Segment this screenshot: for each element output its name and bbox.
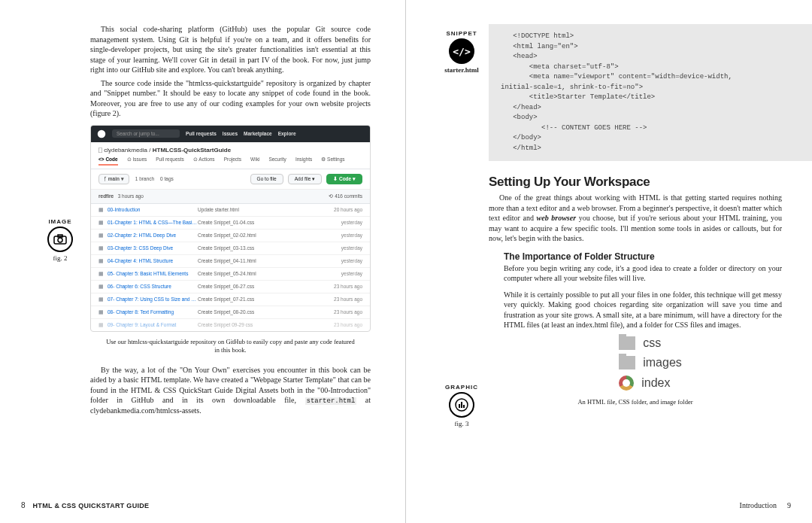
gh-owner[interactable]: clydebankmedia [104,147,147,154]
page-left: This social code-sharing platform (GitHu… [0,0,406,523]
gh-breadcrumb: ⎕ clydebankmedia / HTMLCSS-QuickStartGui… [91,142,370,157]
code-line: initial-scale=1, shrink-to-fit=no"> [501,83,800,93]
gh-commits[interactable]: ⟲ 416 commits [329,193,362,199]
code-line: </html> [501,144,800,154]
footer-right: Introduction 9 [740,501,791,509]
folder-icon [619,356,635,369]
folder-index-label: index [641,376,670,390]
gh-tab-wiki[interactable]: Wiki [250,157,259,166]
github-screenshot: Search or jump to... Pull requests Issue… [90,125,371,332]
gh-nav: Pull requests Issues Marketplace Explore [186,131,296,136]
svg-point-3 [98,129,106,138]
gh-header: Search or jump to... Pull requests Issue… [91,126,370,142]
folder-css: css [619,336,661,350]
page-number-9: 9 [787,501,791,509]
figure-3-caption: An HTML file, CSS folder, and image fold… [489,398,782,406]
section-name: Introduction [740,501,777,509]
para-1: This social code-sharing platform (GitHu… [90,24,371,75]
gh-code-btn[interactable]: ⬇ Code ▾ [326,174,362,184]
folder-para-2: While it is certainly possible to put al… [504,290,782,330]
gh-addfile-btn[interactable]: Add file ▾ [288,174,323,184]
margin-badge-snippet: SNIPPET </> starter.html [439,30,484,74]
gh-nav-explore[interactable]: Explore [278,131,296,136]
folder-index: index [619,376,670,391]
gh-file-row[interactable]: ▦07- Chapter 7: Using CSS to Size and …C… [91,293,370,306]
gh-tab-code[interactable]: <> Code [98,157,118,166]
gh-gotofile-btn[interactable]: Go to file [250,174,283,184]
code-line: <head> [501,52,800,62]
code-line: <meta charset="utf-8"> [501,62,800,73]
gh-nav-market[interactable]: Marketplace [244,131,272,136]
badge-fig-3: fig. 3 [439,420,484,427]
badge-fig-2: fig. 2 [41,254,79,262]
badge-snippet-label: SNIPPET [439,30,484,37]
gh-tab-pr[interactable]: Pull requests [156,157,184,166]
gh-commit-meta: redfire 3 hours ago ⟲ 416 commits [91,190,370,204]
gh-tab-projects[interactable]: Projects [224,157,241,166]
badge-graphic-label: GRAPHIC [439,384,484,391]
web-browser-term: web browser [537,214,577,222]
svg-rect-6 [461,402,462,408]
gh-last-user[interactable]: redfire [98,193,114,199]
gh-branch-btn[interactable]: ᚶ main ▾ [98,174,129,184]
folder-para-1: Before you begin writing any code, it's … [504,263,782,284]
code-line: </body> [501,133,800,144]
github-logo-icon [97,129,106,138]
gh-file-row[interactable]: ▦03-Chapter 3: CSS Deep DiveCreate Snipp… [91,242,370,255]
gh-file-list: ▦00-IntroductionUpdate starter.html20 ho… [91,204,370,331]
heading-workspace: Setting Up Your Workspace [489,175,782,190]
book-title-footer: HTML & CSS QUICKSTART GUIDE [33,502,150,509]
folder-images: images [619,356,682,369]
folder-icon [619,336,635,350]
code-icon: </> [449,38,474,64]
code-line: <body> [501,113,800,123]
gh-repo[interactable]: HTMLCSS-QuickStartGuide [153,147,231,154]
code-line: <title>Starter Template</title> [501,93,800,103]
gh-file-row[interactable]: ▦01-Chapter 1: HTML & CSS—The Basi…Creat… [91,217,370,230]
gh-last-time: 3 hours ago [118,193,144,199]
para-3: By the way, a lot of the "On Your Own" e… [90,365,371,416]
para-2-text: The source code inside the "htmlcss-quic… [90,79,371,118]
gh-branches[interactable]: 1 branch [135,176,154,181]
margin-badge-image: IMAGE fig. 2 [41,218,79,262]
folder-images-label: images [643,356,682,369]
page-right: SNIPPET </> starter.html <!DOCTYPE html>… [406,0,812,523]
gh-nav-pr[interactable]: Pull requests [186,131,217,136]
gh-file-row[interactable]: ▦04-Chapter 4: HTML StructureCreate Snip… [91,255,370,268]
gh-search-box[interactable]: Search or jump to... [112,129,180,138]
gh-tab-actions[interactable]: ⊙ Actions [193,157,215,166]
figure-2-caption: Use our htmlcss-quickstartguide reposito… [105,338,356,354]
gh-tab-security[interactable]: Security [268,157,286,166]
gh-tabs: <> Code ⊙ Issues Pull requests ⊙ Actions… [91,157,370,169]
gh-file-row[interactable]: ▦05- Chapter 5: Basic HTML ElementsCreat… [91,268,370,281]
workspace-para: One of the great things about working wi… [489,193,782,244]
page-number-8: 8 [21,501,26,509]
margin-badge-graphic: GRAPHIC fig. 3 [439,384,484,427]
chart-icon [449,392,474,418]
gh-file-row[interactable]: ▦09- Chapter 9: Layout & FormatCreate Sn… [91,319,370,331]
gh-tab-insights[interactable]: Insights [295,157,312,166]
svg-rect-5 [459,404,460,408]
gh-file-row[interactable]: ▦02-Chapter 2: HTML Deep DiveCreate Snip… [91,230,370,242]
code-line: <!-- CONTENT GOES HERE --> [501,123,800,134]
gh-tags[interactable]: 0 tags [160,176,174,181]
svg-point-2 [58,238,62,242]
footer-left: 8 HTML & CSS QUICKSTART GUIDE [21,501,149,509]
folder-diagram: css images index [619,336,682,391]
code-line: </head> [501,103,800,114]
gh-tab-issues[interactable]: ⊙ Issues [127,157,147,166]
code-line: <!DOCTYPE html> [501,32,800,42]
code-snippet: <!DOCTYPE html> <html lang="en"> <head> … [489,24,812,161]
starter-html-code: starter.html [305,397,357,405]
gh-file-row[interactable]: ▦00-IntroductionUpdate starter.html20 ho… [91,204,370,217]
svg-rect-7 [463,405,465,408]
gh-tab-settings[interactable]: ⚙ Settings [321,157,344,166]
badge-arc-label: IMAGE [41,218,79,225]
code-line: <meta name="viewport" content="width=dev… [501,72,800,83]
gh-file-row[interactable]: ▦08- Chapter 8: Text FormattingCreate Sn… [91,306,370,319]
gh-file-row[interactable]: ▦06- Chapter 6: CSS StructureCreate Snip… [91,281,370,293]
heading-folder-structure: The Importance of Folder Structure [504,251,782,262]
gh-action-bar: ᚶ main ▾ 1 branch 0 tags Go to file Add … [91,169,370,190]
gh-nav-issues[interactable]: Issues [223,131,238,136]
para-2: The source code inside the "htmlcss-quic… [90,78,371,119]
